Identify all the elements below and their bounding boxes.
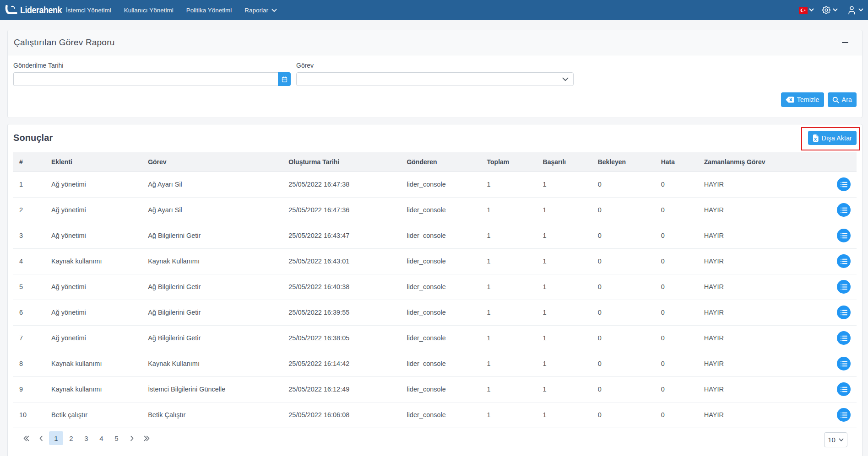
table-cell: 2 — [13, 197, 45, 223]
page-button-3[interactable]: 3 — [79, 431, 94, 445]
task-select[interactable] — [296, 72, 574, 86]
table-cell: Ağ yönetimi — [45, 172, 141, 197]
language-menu[interactable] — [799, 7, 814, 14]
page-size-select[interactable]: 10 — [824, 432, 847, 447]
last-page-button[interactable] — [139, 431, 154, 445]
row-detail-button[interactable] — [837, 203, 851, 217]
next-page-button[interactable] — [124, 431, 139, 445]
page-button-2[interactable]: 2 — [64, 431, 79, 445]
table-cell: 1 — [481, 172, 537, 197]
table-cell: 1 — [481, 197, 537, 223]
nav-item-raporlar[interactable]: Raporlar — [238, 0, 283, 20]
table-cell: 6 — [13, 300, 45, 325]
table-cell: 1 — [481, 376, 537, 402]
filter-panel: Çalıştırılan Görev Raporu Gönderilme Tar… — [7, 30, 863, 118]
export-button-wrap: Dışa Aktar — [808, 131, 857, 145]
settings-menu[interactable] — [821, 5, 838, 15]
table-cell: lider_console — [400, 402, 480, 428]
row-detail-button[interactable] — [837, 254, 851, 268]
table-cell: Kaynak Kullanımı — [141, 351, 282, 376]
prev-page-button[interactable] — [33, 431, 49, 445]
table-cell: Ağ Ayarı Sil — [141, 197, 282, 223]
table-cell: HAYIR — [698, 376, 820, 402]
table-cell: 1 — [537, 351, 591, 376]
collapse-panel-button[interactable] — [839, 39, 851, 46]
page-button-4[interactable]: 4 — [94, 431, 109, 445]
table-cell: HAYIR — [698, 172, 820, 197]
filter-panel-header: Çalıştırılan Görev Raporu — [8, 30, 862, 55]
results-panel: Sonuçlar Dışa Aktar #EklentiGörevOluştur… — [7, 124, 863, 456]
list-icon — [841, 233, 847, 239]
brand[interactable]: Liderahenk — [5, 5, 65, 16]
table-cell: Ağ yönetimi — [45, 223, 141, 248]
nav-item-kullanici-yonetimi[interactable]: Kullanıcı Yönetimi — [118, 0, 180, 20]
calendar-button[interactable] — [278, 72, 291, 86]
table-cell: Ağ Bilgilerini Getir — [141, 274, 282, 300]
table-cell: 1 — [481, 248, 537, 274]
table-cell: 25/05/2022 16:12:49 — [282, 376, 400, 402]
table-row: 4Kaynak kullanımıKaynak Kullanımı25/05/2… — [13, 248, 857, 274]
row-detail-button[interactable] — [837, 177, 851, 191]
date-input[interactable] — [13, 72, 278, 86]
column-header: Eklenti — [45, 152, 141, 172]
clear-button[interactable]: Temizle — [781, 92, 824, 107]
row-detail-button[interactable] — [837, 229, 851, 242]
table-cell: Kaynak kullanımı — [45, 351, 141, 376]
nav-item-politika-yonetimi[interactable]: Politika Yönetimi — [180, 0, 239, 20]
export-button[interactable]: Dışa Aktar — [808, 131, 857, 145]
table-cell: 1 — [481, 300, 537, 325]
row-detail-button[interactable] — [837, 382, 851, 396]
table-cell: 0 — [591, 325, 655, 351]
row-detail-button[interactable] — [837, 306, 851, 319]
table-cell: 8 — [13, 351, 45, 376]
table-cell: 1 — [537, 172, 591, 197]
filter-panel-body: Gönderilme Tarihi Görev — [8, 55, 862, 118]
table-cell: Kaynak kullanımı — [45, 376, 141, 402]
row-detail-button[interactable] — [837, 408, 851, 422]
table-cell-actions — [820, 197, 857, 223]
table-cell: Kaynak Kullanımı — [141, 248, 282, 274]
task-field-label: Görev — [296, 62, 574, 69]
table-cell: 0 — [655, 402, 698, 428]
table-cell: 1 — [481, 223, 537, 248]
table-row: 2Ağ yönetimiAğ Ayarı Sil25/05/2022 16:47… — [13, 197, 857, 223]
row-detail-button[interactable] — [837, 331, 851, 345]
list-icon — [841, 335, 847, 341]
table-cell: Ağ yönetimi — [45, 325, 141, 351]
table-row: 7Ağ yönetimiAğ Bilgilerini Getir25/05/20… — [13, 325, 857, 351]
table-cell-actions — [820, 376, 857, 402]
table-cell: HAYIR — [698, 223, 820, 248]
table-row: 6Ağ yönetimiAğ Bilgilerini Getir25/05/20… — [13, 300, 857, 325]
filter-panel-title: Çalıştırılan Görev Raporu — [14, 38, 114, 48]
page-button-1[interactable]: 1 — [49, 431, 63, 445]
chevron-down-icon — [809, 8, 814, 12]
table-cell-actions — [820, 300, 857, 325]
table-cell: 5 — [13, 274, 45, 300]
column-header: Hata — [655, 152, 698, 172]
row-detail-button[interactable] — [837, 280, 851, 294]
table-cell: HAYIR — [698, 197, 820, 223]
table-cell: 25/05/2022 16:43:47 — [282, 223, 400, 248]
nav-item-istemci-yonetimi[interactable]: İstemci Yönetimi — [60, 0, 118, 20]
table-cell: HAYIR — [698, 248, 820, 274]
results-header: Sonuçlar Dışa Aktar — [8, 124, 862, 145]
table-cell: lider_console — [400, 197, 480, 223]
user-menu[interactable] — [846, 5, 863, 16]
table-cell: lider_console — [400, 172, 480, 197]
results-table: #EklentiGörevOluşturma TarihiGönderenTop… — [13, 152, 857, 428]
field-empty — [579, 62, 857, 86]
column-header: Toplam — [481, 152, 537, 172]
first-page-button[interactable] — [18, 431, 33, 445]
table-cell: Betik çalıştır — [45, 402, 141, 428]
list-icon — [841, 258, 847, 264]
page-button-5[interactable]: 5 — [109, 431, 124, 445]
row-detail-button[interactable] — [837, 357, 851, 370]
table-cell: 1 — [481, 402, 537, 428]
search-button[interactable]: Ara — [828, 92, 857, 107]
pagination: 12345 10 — [18, 431, 857, 446]
chevron-down-icon — [858, 8, 863, 12]
table-cell: 1 — [537, 274, 591, 300]
table-cell: 9 — [13, 376, 45, 402]
table-cell: 0 — [591, 300, 655, 325]
table-cell: lider_console — [400, 376, 480, 402]
